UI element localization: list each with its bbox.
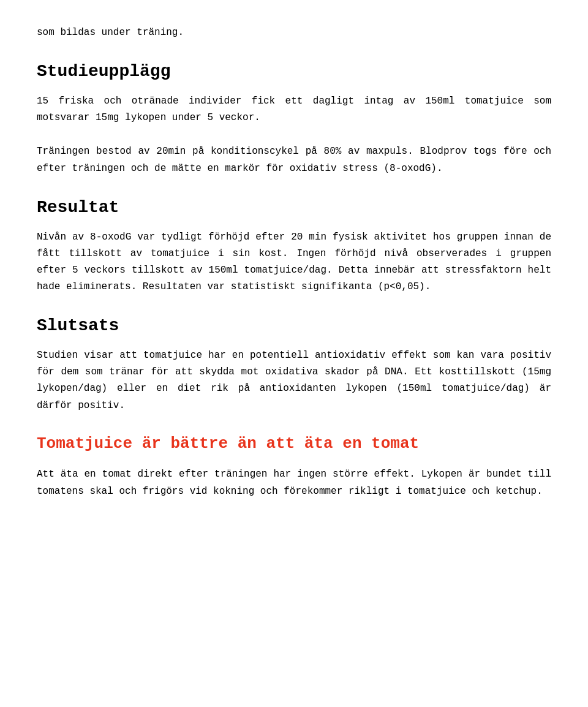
- tomatjuice-heading: Tomatjuice är bättre än att äta en tomat: [37, 431, 551, 457]
- resultat-heading: Resultat: [37, 194, 551, 222]
- studieupplägg-paragraph1: 15 friska och otränade individer fick et…: [37, 93, 551, 126]
- studieupplägg-heading: Studieupplägg: [37, 58, 551, 86]
- intro-text: som bildas under träning.: [37, 25, 551, 41]
- slutsats-heading: Slutsats: [37, 312, 551, 340]
- resultat-paragraph1: Nivån av 8-oxodG var tydligt förhöjd eft…: [37, 229, 551, 296]
- tomatjuice-paragraph1: Att äta en tomat direkt efter träningen …: [37, 466, 551, 499]
- slutsats-paragraph1: Studien visar att tomatjuice har en pote…: [37, 347, 551, 414]
- studieupplägg-paragraph2: Träningen bestod av 20min på konditionsc…: [37, 143, 551, 176]
